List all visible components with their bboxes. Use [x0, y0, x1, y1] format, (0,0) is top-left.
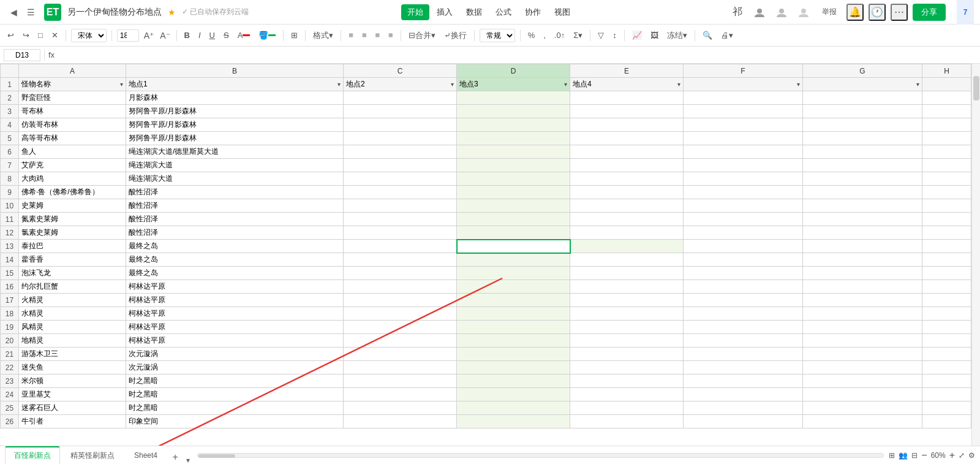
scrollbar-thumb[interactable] [973, 76, 979, 101]
top-bar: ◀ ☰ ET 另一个伊甸怪物分布地点 ★ ✓ 已自动保存到云端 开始 插入 数据… [0, 0, 980, 25]
table-row: 4 仿装哥布林 努阿鲁平原/月影森林 [1, 118, 971, 132]
undo-button[interactable]: ↩ [5, 28, 17, 44]
table-row: 11 氮素史莱姆 酸性沼泽 [1, 213, 971, 226]
header-e: 地点4 ▾ [570, 78, 684, 91]
vertical-align-button[interactable]: ≡ [386, 28, 396, 44]
formula-input[interactable] [58, 51, 976, 59]
menu-view[interactable]: 视图 [548, 4, 576, 20]
underline-button[interactable]: U [207, 28, 217, 44]
sum-button[interactable]: Σ▾ [571, 28, 585, 44]
font-size-down[interactable]: A⁻ [159, 31, 171, 40]
table-row: 12 氯素史莱姆 酸性沼泽 [1, 226, 971, 240]
tab-精英怪刷新点[interactable]: 精英怪刷新点 [61, 446, 124, 465]
wrap-button[interactable]: ⤶换行 [442, 28, 469, 44]
share-button[interactable]: 分享 [913, 4, 946, 21]
horizontal-scrollbar[interactable] [197, 452, 884, 458]
col-header-g[interactable]: G [803, 64, 922, 78]
filter-d-icon[interactable]: ▾ [564, 81, 567, 88]
menu-insert[interactable]: 插入 [431, 4, 459, 20]
filter-b-icon[interactable]: ▾ [337, 81, 341, 88]
report-button[interactable]: 举报 [817, 4, 842, 20]
notification-icon[interactable]: 🔔 [846, 4, 864, 21]
filter-a-icon[interactable]: ▾ [120, 81, 123, 88]
table-row: 19 风精灵 柯林达平原 [1, 321, 971, 334]
col-header-f[interactable]: F [684, 64, 803, 78]
zoom-in-button[interactable]: + [949, 450, 955, 461]
col-header-a[interactable]: A [19, 64, 126, 78]
header-h [922, 78, 971, 91]
align-center-button[interactable]: ≡ [360, 28, 369, 44]
user-icon-3[interactable] [773, 4, 790, 21]
table-row: 16 约尔扎巨蟹 柯林达平原 [1, 280, 971, 294]
strikethrough-button[interactable]: S [221, 28, 232, 44]
menu-start[interactable]: 开始 [401, 4, 429, 20]
filter-button[interactable]: ▽ [595, 28, 606, 44]
user-icon-2[interactable] [751, 4, 768, 21]
number-format-select[interactable]: 常规 [480, 29, 515, 42]
image-button[interactable]: 🖼 [648, 28, 661, 44]
redo-button[interactable]: ↪ [20, 28, 32, 44]
add-sheet-button[interactable]: + [168, 450, 183, 465]
tab-sheet4[interactable]: Sheet4 [125, 446, 167, 465]
user-icon-4[interactable] [795, 4, 812, 21]
share-view-icon[interactable]: 👥 [899, 451, 908, 460]
decimal-increase-button[interactable]: .0↑ [552, 28, 567, 44]
history-icon[interactable]: 🕐 [869, 4, 886, 21]
font-color-button[interactable]: A [235, 28, 253, 44]
sort-button[interactable]: ↕ [610, 28, 619, 44]
zoom-out-button[interactable]: − [921, 450, 927, 461]
svg-point-2 [801, 9, 806, 13]
find-button[interactable]: 🔍 [700, 28, 715, 44]
merge-button[interactable]: ⊟合并▾ [406, 28, 438, 44]
more-icon[interactable]: ⋯ [891, 4, 908, 21]
layout-icon[interactable]: ⊟ [911, 451, 918, 460]
clear-button[interactable]: □ [36, 28, 45, 44]
bold-button[interactable]: B [182, 28, 192, 44]
font-size-up[interactable]: A⁺ [143, 31, 155, 40]
menu-button[interactable]: ☰ [23, 5, 38, 20]
sep8 [474, 30, 475, 41]
print-button[interactable]: 🖨▾ [718, 28, 736, 44]
font-size-input[interactable] [117, 29, 139, 42]
vertical-scrollbar[interactable] [971, 64, 980, 446]
chart-button[interactable]: 📈 [630, 28, 644, 44]
menu-collab[interactable]: 协作 [519, 4, 547, 20]
table-row-13: 13 泰拉巴 最终之岛 [1, 240, 971, 253]
eraser-button[interactable]: ✕ [49, 28, 61, 44]
scrollbar-thumb-h[interactable] [198, 454, 235, 458]
freeze-button[interactable]: 冻结▾ [665, 28, 690, 44]
align-right-button[interactable]: ≡ [372, 28, 382, 44]
user-icon-1[interactable]: 祁 [729, 4, 746, 21]
col-header-c[interactable]: C [344, 64, 457, 78]
back-button[interactable]: ◀ [6, 5, 21, 20]
font-name-select[interactable]: 宋体 [71, 29, 107, 42]
sidebar-toggle[interactable]: 7 [957, 0, 974, 25]
col-header-h[interactable]: H [922, 64, 971, 78]
col-header-b[interactable]: B [126, 64, 344, 78]
row-num-1: 1 [1, 78, 19, 91]
filter-g-icon[interactable]: ▾ [916, 81, 919, 88]
star-icon[interactable]: ★ [168, 7, 176, 17]
cell-style-button[interactable]: 格式▾ [311, 28, 336, 44]
align-left-button[interactable]: ≡ [346, 28, 356, 44]
expand-icon[interactable]: ⤢ [959, 451, 965, 460]
sep7 [401, 30, 401, 41]
percent-button[interactable]: % [526, 28, 538, 44]
cell-ref-input[interactable] [4, 49, 40, 61]
menu-data[interactable]: 数据 [460, 4, 488, 20]
italic-button[interactable]: I [196, 28, 203, 44]
filter-c-icon[interactable]: ▾ [451, 81, 454, 88]
grid-view-icon[interactable]: ⊞ [889, 451, 895, 460]
thousands-button[interactable]: , [541, 28, 548, 44]
border-button[interactable]: ⊞ [288, 28, 300, 44]
col-header-e[interactable]: E [570, 64, 684, 78]
col-header-d[interactable]: D [457, 64, 570, 78]
filter-f-icon[interactable]: ▾ [797, 81, 800, 88]
bg-color-button[interactable]: 🪣 [256, 28, 278, 44]
settings-icon[interactable]: ⚙ [968, 451, 975, 460]
sheet-menu-button[interactable]: ▾ [184, 456, 192, 465]
tab-百怪刷新点[interactable]: 百怪刷新点 [5, 446, 60, 465]
menu-formula[interactable]: 公式 [489, 4, 518, 20]
filter-e-icon[interactable]: ▾ [677, 81, 680, 88]
sep5 [305, 30, 306, 41]
